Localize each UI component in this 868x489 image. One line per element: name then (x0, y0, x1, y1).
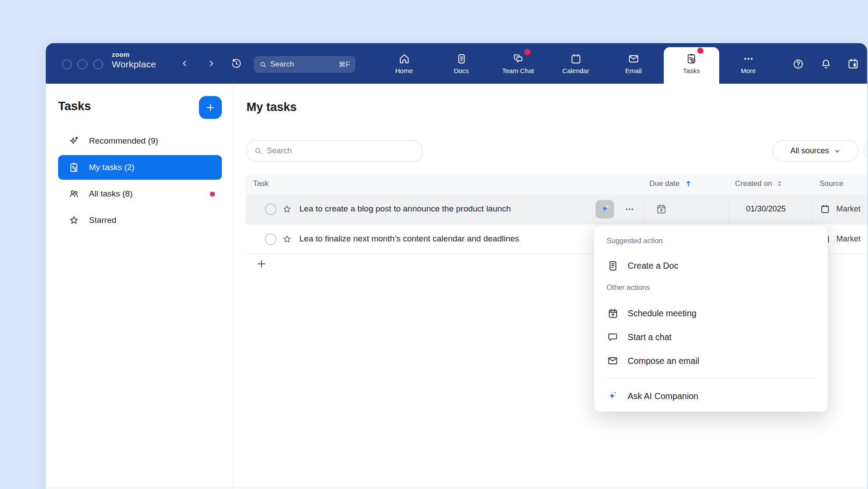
window-bottom-edge (46, 488, 867, 488)
source-value: Market (836, 204, 861, 214)
sparkle-icon (68, 135, 80, 147)
menu-item-label: Create a Doc (628, 261, 678, 271)
docs-icon (456, 53, 467, 65)
bell-icon (820, 58, 832, 70)
team-chat-icon (512, 52, 524, 65)
sidebar-item-label: Starred (89, 215, 116, 225)
history-button[interactable] (231, 58, 242, 71)
tasks-badge (697, 48, 703, 54)
tab-team-chat[interactable]: Team Chat (496, 43, 540, 84)
sidebar-item-starred[interactable]: Starred (58, 208, 222, 233)
menu-item-schedule-meeting[interactable]: Schedule meeting (601, 303, 821, 324)
sort-both-icon (776, 180, 783, 188)
task-search[interactable] (246, 140, 423, 162)
calendar-icon (570, 53, 582, 65)
ai-companion-button[interactable] (596, 200, 614, 219)
history-clock-icon (231, 58, 242, 69)
window-control-zoom[interactable] (93, 59, 103, 69)
column-header-created-on[interactable]: Created on (735, 179, 783, 188)
add-task-button[interactable] (199, 96, 222, 119)
task-complete-checkbox[interactable] (265, 233, 276, 245)
calendar-plus-icon (655, 203, 667, 215)
column-header-created-on-label: Created on (735, 179, 772, 188)
menu-item-ask-ai-companion[interactable]: Ask AI Companion (601, 385, 821, 407)
chevron-left-icon (180, 59, 189, 68)
created-on-value: 01/30/2025 (746, 204, 786, 214)
menu-item-label: Ask AI Companion (628, 391, 698, 401)
suggested-actions-menu: Suggested action Create a Doc Other acti… (594, 226, 828, 412)
calendar-today-button[interactable] (846, 56, 861, 71)
star-icon[interactable] (282, 234, 292, 246)
sort-ascending-icon (684, 179, 693, 188)
page-title: My tasks (246, 100, 297, 114)
source-cell: Market (812, 194, 867, 224)
menu-section-suggested: Suggested action (607, 237, 663, 245)
envelope-icon (607, 355, 619, 367)
zoom-workplace-logo: zoom Workplace (112, 51, 156, 69)
menu-item-label: Schedule meeting (628, 308, 696, 319)
task-row[interactable]: Lea to create a blog post to announce th… (246, 194, 867, 224)
plus-icon (205, 102, 216, 113)
sidebar-item-all-tasks[interactable]: All tasks (8) (58, 182, 222, 206)
tab-email[interactable]: Email (611, 43, 655, 84)
chevron-right-icon (207, 59, 216, 68)
menu-item-create-doc[interactable]: Create a Doc (601, 255, 821, 276)
due-date-cell (644, 194, 728, 224)
add-due-date-button[interactable] (655, 203, 667, 217)
help-icon (792, 58, 804, 70)
tab-home[interactable]: Home (382, 43, 426, 84)
ellipsis-icon (624, 204, 635, 215)
doc-icon (607, 259, 619, 272)
window-control-minimize[interactable] (77, 59, 87, 69)
sidebar-item-my-tasks[interactable]: My tasks (2) (58, 155, 222, 180)
global-search-input[interactable] (270, 60, 335, 69)
star-icon[interactable] (282, 204, 292, 216)
task-search-input[interactable] (267, 146, 415, 156)
created-on-cell: 01/30/2025 (728, 194, 812, 224)
filter-button-partial[interactable] (864, 140, 867, 162)
sidebar-item-recommended[interactable]: Recommended (9) (58, 129, 222, 153)
tab-email-label: Email (625, 67, 642, 74)
menu-item-label: Compose an email (628, 356, 699, 366)
tab-team-chat-label: Team Chat (502, 67, 534, 74)
calendar-icon (820, 204, 830, 214)
column-header-source[interactable]: Source (820, 179, 843, 188)
column-header-task[interactable]: Task (253, 179, 268, 188)
global-search[interactable]: ⌘F (254, 56, 355, 73)
back-button[interactable] (180, 59, 189, 70)
window-control-close[interactable] (62, 59, 72, 69)
ai-sparkle-icon (599, 204, 611, 215)
add-new-task-button[interactable] (255, 258, 268, 270)
logo-workplace-text: Workplace (112, 59, 156, 69)
tab-home-label: Home (395, 67, 413, 74)
star-icon (68, 214, 80, 226)
notifications-button[interactable] (818, 56, 833, 71)
tab-more-label: More (741, 67, 756, 74)
all-tasks-badge (210, 192, 215, 196)
plus-icon (256, 258, 267, 270)
forward-button[interactable] (207, 59, 216, 70)
menu-item-compose-email[interactable]: Compose an email (601, 350, 821, 371)
people-icon (68, 188, 80, 200)
ai-sparkle-icon (607, 390, 619, 402)
clipboard-check-icon (68, 161, 80, 174)
sources-filter-dropdown[interactable]: All sources (772, 140, 858, 162)
tab-more[interactable]: More (726, 43, 770, 84)
help-button[interactable] (791, 56, 805, 71)
row-more-button[interactable] (622, 204, 637, 215)
logo-zoom-text: zoom (112, 51, 156, 58)
menu-section-other: Other actions (607, 283, 650, 292)
tab-docs[interactable]: Docs (439, 43, 483, 84)
search-shortcut: ⌘F (338, 60, 350, 69)
tab-tasks-label: Tasks (683, 67, 700, 74)
tab-tasks[interactable]: Tasks (669, 43, 714, 84)
sidebar-item-label: My tasks (2) (89, 163, 134, 172)
navbar: zoom Workplace ⌘F Home (46, 43, 867, 84)
task-complete-checkbox[interactable] (265, 204, 276, 215)
column-header-due-date[interactable]: Due date (649, 179, 693, 188)
tab-calendar-label: Calendar (563, 67, 589, 74)
menu-item-start-chat[interactable]: Start a chat (601, 326, 821, 348)
more-ellipsis-icon (743, 53, 754, 65)
table-header: Task Due date Created on Source (246, 174, 867, 194)
tab-calendar[interactable]: Calendar (554, 43, 598, 84)
